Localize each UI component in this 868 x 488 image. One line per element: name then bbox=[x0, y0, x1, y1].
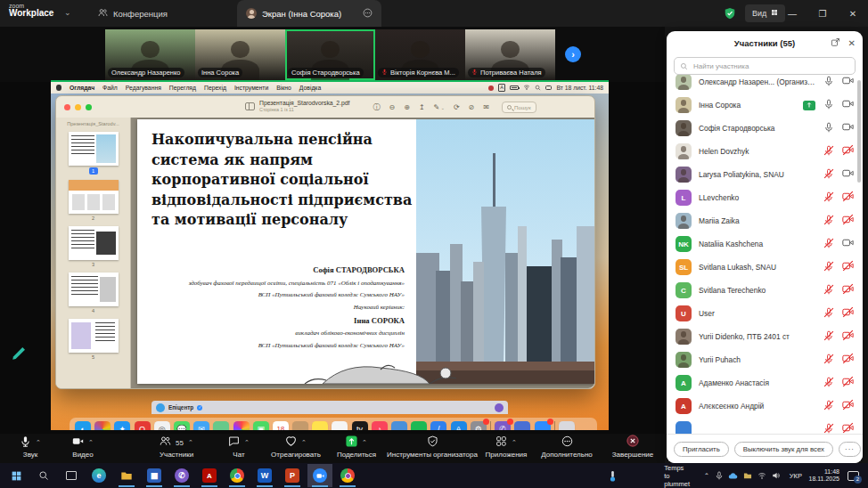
taskbar-word-button[interactable]: W bbox=[252, 464, 277, 487]
toolbar-heart-button[interactable]: ⌃Отреагировать bbox=[260, 435, 332, 462]
chevron-up-icon[interactable]: ⌃ bbox=[36, 439, 41, 446]
more-options-button[interactable]: ··· bbox=[839, 442, 861, 457]
participant-row[interactable]: Yurii Puhach bbox=[667, 348, 863, 371]
mic-muted-icon[interactable] bbox=[823, 282, 834, 298]
participant-row[interactable]: Інна Сорока bbox=[667, 94, 863, 117]
taskbar-explorer-button[interactable] bbox=[114, 464, 139, 487]
camera-muted-icon[interactable] bbox=[842, 329, 854, 345]
toolbar-people-button[interactable]: 55⌃Участники bbox=[135, 435, 217, 462]
mac-menu-item[interactable]: Вікно bbox=[276, 85, 291, 91]
participant-search-input[interactable] bbox=[692, 61, 849, 71]
mac-minimize-icon[interactable] bbox=[75, 104, 81, 110]
mic-muted-icon[interactable] bbox=[823, 143, 834, 159]
participant-row[interactable]: UUser bbox=[667, 302, 863, 325]
chevron-up-icon[interactable]: ⌃ bbox=[244, 439, 250, 446]
invite-button[interactable]: Пригласить bbox=[674, 442, 729, 457]
safari-dock-icon[interactable]: ✦ bbox=[114, 421, 130, 431]
mic-icon[interactable] bbox=[823, 97, 834, 113]
taskbar-chrome-profile-button[interactable] bbox=[335, 464, 360, 487]
info-icon[interactable]: ⓘ bbox=[373, 102, 381, 112]
zoom-out-icon[interactable]: ⊖ bbox=[389, 103, 396, 111]
mac-menu-item[interactable]: Редагування bbox=[126, 85, 161, 91]
participant-row[interactable]: AАлєксеєнко Андрій bbox=[667, 394, 863, 418]
video-tile[interactable]: Вікторія Корнєва М... bbox=[375, 29, 465, 80]
camera-muted-icon[interactable] bbox=[842, 398, 854, 414]
video-tile[interactable]: Потриваєва Наталя bbox=[465, 29, 555, 80]
taskbar-app-blue-button[interactable]: ▦ bbox=[142, 464, 167, 487]
chevron-up-icon[interactable]: ⌃ bbox=[362, 439, 367, 446]
opera-dock-icon[interactable]: O bbox=[135, 421, 151, 431]
taskbar-acrobat-button[interactable]: A bbox=[197, 464, 222, 487]
speaker-icon[interactable] bbox=[772, 463, 781, 488]
mic-muted-icon[interactable] bbox=[823, 259, 834, 275]
onedrive-cloud-icon[interactable] bbox=[728, 463, 738, 488]
participant-row[interactable]: Yurii Didenko, ПТБ 2401 ст bbox=[667, 325, 863, 348]
reminders-dock-icon[interactable] bbox=[332, 421, 348, 431]
mic-muted-icon[interactable] bbox=[823, 421, 834, 434]
mic-muted-icon[interactable] bbox=[823, 305, 834, 321]
notes-dock-icon[interactable] bbox=[312, 421, 328, 431]
pdf-search-field[interactable]: Пошук bbox=[502, 102, 536, 113]
taskbar-search-button[interactable] bbox=[31, 464, 56, 487]
zoom-in-icon[interactable]: ⊕ bbox=[404, 103, 410, 111]
tray-folder-icon[interactable] bbox=[743, 463, 752, 488]
clock-widget[interactable]: 11:48 18.11.2025 bbox=[808, 463, 839, 488]
camera-icon[interactable] bbox=[842, 167, 854, 183]
participant-row[interactable]: AАдаменко Анастасія bbox=[667, 371, 863, 394]
participant-row[interactable]: CSvitlana Terechenko bbox=[667, 279, 863, 302]
maps-dock-icon[interactable] bbox=[213, 421, 229, 431]
weather-label[interactable]: Temps to plummet bbox=[664, 463, 690, 488]
camera-muted-icon[interactable] bbox=[842, 421, 854, 434]
tab-screen-share[interactable]: Экран (Інна Сорока) bbox=[237, 0, 381, 27]
form-fill-icon[interactable]: ✉ bbox=[483, 103, 489, 111]
calendar-dock-icon[interactable]: 18 bbox=[273, 421, 289, 431]
window-traffic-lights[interactable] bbox=[64, 104, 92, 110]
chevron-up-icon[interactable]: ⌃ bbox=[188, 439, 193, 446]
chrome-dock-icon[interactable]: ◎ bbox=[154, 421, 170, 431]
mic-muted-icon[interactable] bbox=[823, 236, 834, 252]
mic-muted-icon[interactable] bbox=[823, 398, 834, 414]
stats-dock-icon[interactable] bbox=[411, 421, 427, 431]
mic-muted-icon[interactable] bbox=[823, 329, 834, 345]
mac-menu-item[interactable]: Перегляд bbox=[169, 85, 196, 91]
camera-muted-icon[interactable] bbox=[842, 282, 854, 298]
toolbar-chat-button[interactable]: ⌃Чат bbox=[219, 435, 258, 462]
mic-icon[interactable] bbox=[823, 75, 834, 90]
close-button[interactable]: ✕ bbox=[838, 0, 868, 27]
mac-close-icon[interactable] bbox=[64, 104, 70, 110]
sidebar-toggle-icon[interactable] bbox=[245, 102, 255, 110]
minimize-button[interactable]: — bbox=[777, 0, 807, 27]
network-icon[interactable] bbox=[757, 463, 766, 488]
popout-icon[interactable] bbox=[831, 35, 840, 51]
toolbar-end-button[interactable]: Завершение bbox=[608, 435, 658, 462]
mac-menu-item[interactable]: Оглядач bbox=[70, 85, 94, 91]
tray-mic-icon[interactable] bbox=[715, 463, 724, 488]
camera-muted-icon[interactable] bbox=[842, 213, 854, 229]
finder-dock-icon[interactable]: ◐ bbox=[75, 421, 91, 431]
apple-logo-icon[interactable] bbox=[56, 85, 61, 91]
mac-menu-item[interactable]: Довідка bbox=[299, 85, 321, 91]
mic-muted-icon[interactable] bbox=[823, 352, 834, 368]
mac-menu-item[interactable]: Перехід bbox=[204, 85, 226, 91]
settings-dock-icon[interactable]: ⚙ bbox=[471, 421, 487, 431]
pdf-thumb-page-1[interactable] bbox=[69, 132, 119, 166]
taskbar-task-view-button[interactable] bbox=[59, 464, 84, 487]
tab-meeting[interactable]: Конференция bbox=[89, 0, 176, 27]
camera-muted-icon[interactable] bbox=[842, 190, 854, 206]
mac-zoom-icon[interactable] bbox=[86, 104, 92, 110]
rotate-icon[interactable]: ⟳ bbox=[454, 103, 460, 111]
taskbar-start-button[interactable] bbox=[4, 464, 29, 487]
toolbar-camera-button[interactable]: ⌃Видео bbox=[55, 435, 111, 462]
tray-expand-icon[interactable]: ⌃ bbox=[704, 463, 709, 488]
participant-row[interactable]: Helen Dovzhyk bbox=[667, 140, 863, 163]
markup-pencil-icon[interactable]: ✎ ⌄ bbox=[434, 103, 445, 111]
appstore-dock-icon[interactable]: A bbox=[451, 421, 467, 431]
participant-row[interactable]: LLLevchenko bbox=[667, 186, 863, 209]
participant-row[interactable]: Larysa Poliatykina, SNAU bbox=[667, 163, 863, 186]
camera-icon[interactable] bbox=[842, 97, 854, 113]
weather-thermometer-icon[interactable] bbox=[609, 463, 617, 488]
participant-row[interactable]: NKNataliia Kashchena bbox=[667, 232, 863, 256]
close-panel-icon[interactable]: ✕ bbox=[848, 38, 856, 48]
chevron-down-icon[interactable]: ⌄ bbox=[64, 8, 71, 17]
share-icon[interactable]: ↥ bbox=[419, 103, 425, 111]
